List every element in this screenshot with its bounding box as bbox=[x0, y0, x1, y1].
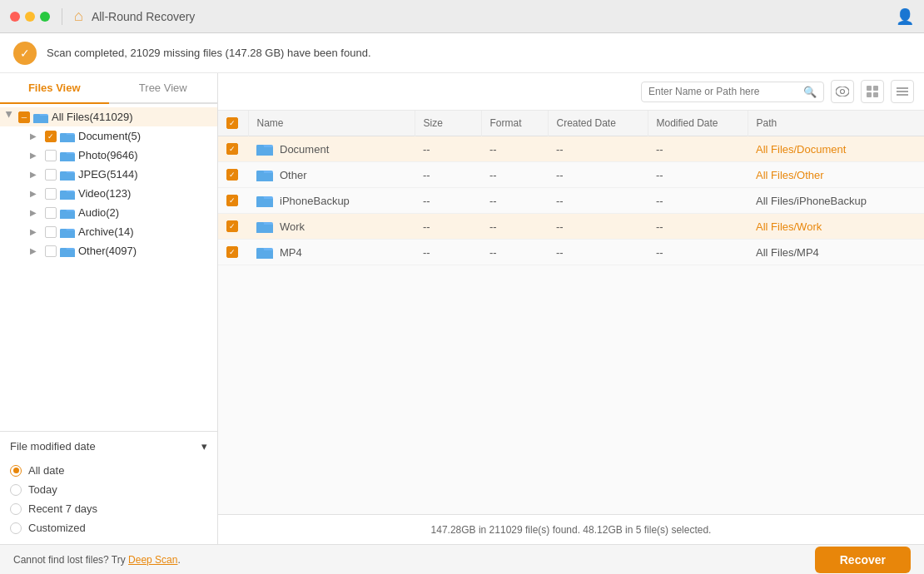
tree-root-item[interactable]: ▶ ─ All Files(411029) bbox=[0, 107, 217, 126]
table-row[interactable]: ✓iPhoneBackup--------All Files/iPhoneBac… bbox=[218, 188, 924, 214]
svg-rect-15 bbox=[60, 248, 67, 250]
filter-label-recent7: Recent 7 days bbox=[28, 502, 97, 515]
cell-name-document: Document bbox=[256, 142, 406, 156]
cell-name-text: Document bbox=[280, 143, 329, 156]
tree-item-other[interactable]: ▶ Other(4097) bbox=[23, 241, 217, 260]
tree-label-jpeg: JPEG(5144) bbox=[78, 168, 138, 181]
svg-rect-20 bbox=[867, 92, 872, 97]
svg-rect-18 bbox=[867, 86, 872, 91]
cell-format: -- bbox=[481, 240, 548, 265]
tree-checkbox-audio[interactable] bbox=[45, 207, 57, 219]
radio-alldate[interactable] bbox=[10, 465, 22, 477]
tree-item-photo[interactable]: ▶ Photo(9646) bbox=[23, 146, 217, 165]
folder-icon-other bbox=[60, 245, 75, 257]
cell-name-iphonebackup: iPhoneBackup bbox=[256, 194, 406, 207]
cell-size: -- bbox=[415, 214, 481, 240]
tree-checkbox-other[interactable] bbox=[45, 245, 57, 257]
tab-files-view[interactable]: Files View bbox=[0, 73, 109, 104]
maximize-button[interactable] bbox=[40, 12, 50, 22]
filter-label-customized: Customized bbox=[28, 522, 86, 534]
svg-rect-32 bbox=[256, 222, 264, 225]
cell-format: -- bbox=[481, 136, 548, 162]
cell-size: -- bbox=[415, 162, 481, 188]
filter-option-customized[interactable]: Customized bbox=[10, 522, 207, 534]
recover-button[interactable]: Recover bbox=[815, 547, 911, 573]
table-select-all-checkbox[interactable]: ✓ bbox=[226, 117, 238, 129]
file-table: ✓ Name Size Format Created Date Modified… bbox=[218, 111, 924, 265]
radio-recent7[interactable] bbox=[10, 503, 22, 515]
right-panel: 🔍 bbox=[218, 73, 924, 544]
cell-format: -- bbox=[481, 188, 548, 214]
filter-header[interactable]: File modified date ▾ bbox=[0, 432, 217, 461]
cell-path: All Files/Other bbox=[748, 162, 924, 188]
radio-customized[interactable] bbox=[10, 522, 22, 534]
table-row[interactable]: ✓MP4--------All Files/MP4 bbox=[218, 240, 924, 265]
filter-option-recent7[interactable]: Recent 7 days bbox=[10, 502, 207, 515]
deep-scan-suffix: . bbox=[177, 554, 180, 566]
tree-item-audio[interactable]: ▶ Audio(2) bbox=[23, 203, 217, 222]
tree-root-checkbox[interactable]: ─ bbox=[18, 111, 30, 123]
tree-item-document[interactable]: ▶ ✓ Document(5) bbox=[23, 126, 217, 146]
cell-modified: -- bbox=[648, 240, 748, 265]
folder-icon-video bbox=[60, 188, 75, 200]
row-checkbox-other[interactable]: ✓ bbox=[226, 169, 238, 181]
tree-arrow-jpeg: ▶ bbox=[30, 170, 42, 179]
svg-point-16 bbox=[836, 87, 849, 96]
cell-size: -- bbox=[415, 136, 481, 162]
svg-rect-7 bbox=[60, 171, 67, 174]
tree-label-document: Document(5) bbox=[78, 130, 141, 142]
status-text: 147.28GB in 211029 file(s) found. 48.12G… bbox=[431, 524, 712, 536]
search-input[interactable] bbox=[648, 86, 798, 97]
filter-option-today[interactable]: Today bbox=[10, 483, 207, 496]
cell-path: All Files/Work bbox=[748, 214, 924, 240]
tab-tree-view[interactable]: Tree View bbox=[109, 73, 218, 104]
tree-label-audio: Audio(2) bbox=[78, 206, 119, 219]
cell-format: -- bbox=[481, 214, 548, 240]
cell-path: All Files/MP4 bbox=[748, 240, 924, 265]
file-tree: ▶ ─ All Files(411029) ▶ ✓ bbox=[0, 104, 217, 431]
tree-arrow-root: ▶ bbox=[5, 111, 14, 123]
home-icon[interactable]: ⌂ bbox=[74, 7, 83, 25]
col-header-format: Format bbox=[481, 111, 548, 136]
toolbar: 🔍 bbox=[218, 73, 924, 111]
eye-icon[interactable] bbox=[831, 80, 854, 103]
folder-icon-archive bbox=[60, 226, 75, 238]
tree-item-jpeg[interactable]: ▶ JPEG(5144) bbox=[23, 165, 217, 184]
menu-icon[interactable] bbox=[891, 80, 914, 103]
user-icon[interactable]: 👤 bbox=[896, 8, 914, 25]
grid-icon[interactable] bbox=[861, 80, 884, 103]
tree-checkbox-video[interactable] bbox=[45, 188, 57, 200]
filter-chevron-icon: ▾ bbox=[201, 440, 207, 453]
left-panel: Files View Tree View ▶ ─ All Files(41102… bbox=[0, 73, 218, 544]
tree-checkbox-photo[interactable] bbox=[45, 150, 57, 161]
row-checkbox-iphonebackup[interactable]: ✓ bbox=[226, 195, 238, 206]
cell-name-text: Work bbox=[280, 220, 305, 233]
table-row[interactable]: ✓Other--------All Files/Other bbox=[218, 162, 924, 188]
svg-rect-30 bbox=[256, 196, 264, 200]
tree-arrow-audio: ▶ bbox=[30, 208, 42, 217]
minimize-button[interactable] bbox=[25, 12, 35, 22]
close-button[interactable] bbox=[10, 12, 20, 22]
filter-panel: File modified date ▾ All date Today Rece… bbox=[0, 431, 217, 544]
row-checkbox-mp4[interactable]: ✓ bbox=[226, 246, 238, 258]
tree-checkbox-jpeg[interactable] bbox=[45, 169, 57, 181]
tree-checkbox-archive[interactable] bbox=[45, 226, 57, 238]
status-bar: 147.28GB in 211029 file(s) found. 48.12G… bbox=[218, 514, 924, 544]
titlebar-right: 👤 bbox=[896, 7, 914, 26]
row-checkbox-document[interactable]: ✓ bbox=[226, 143, 238, 155]
tree-item-archive[interactable]: ▶ Archive(14) bbox=[23, 222, 217, 241]
deep-scan-link[interactable]: Deep Scan bbox=[128, 554, 177, 566]
tree-checkbox-document[interactable]: ✓ bbox=[45, 131, 57, 142]
row-checkbox-work[interactable]: ✓ bbox=[226, 220, 238, 232]
cell-created: -- bbox=[548, 240, 648, 265]
lost-files-text: Cannot find lost files? Try bbox=[13, 554, 128, 566]
tree-item-video[interactable]: ▶ Video(123) bbox=[23, 184, 217, 203]
table-row[interactable]: ✓Work--------All Files/Work bbox=[218, 214, 924, 240]
table-row[interactable]: ✓Document--------All Files/Document bbox=[218, 136, 924, 162]
folder-icon-root bbox=[33, 111, 48, 123]
svg-rect-1 bbox=[33, 114, 40, 116]
filter-option-alldate[interactable]: All date bbox=[10, 464, 207, 477]
radio-today[interactable] bbox=[10, 484, 22, 496]
folder-icon-photo bbox=[60, 150, 75, 161]
search-box[interactable]: 🔍 bbox=[641, 82, 824, 102]
